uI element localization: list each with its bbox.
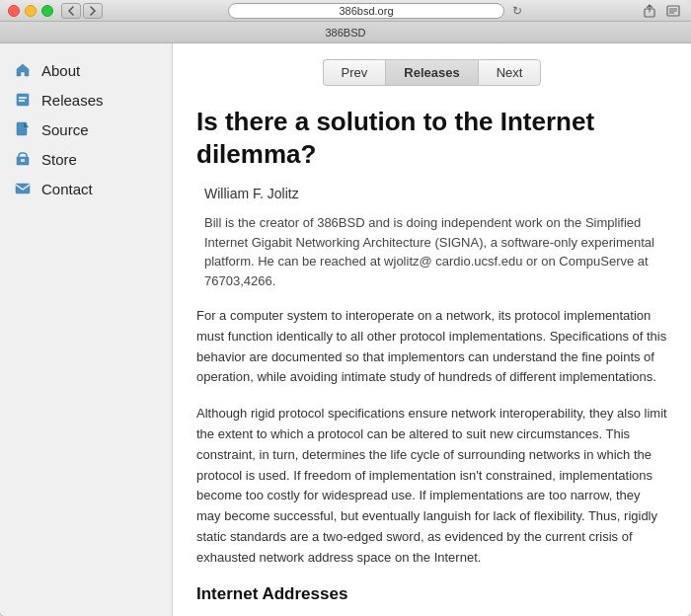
tab-bar: 386BSD — [0, 22, 691, 43]
article-paragraph-2: Although rigid protocol specifications e… — [196, 404, 667, 568]
author-name: William F. Jolitz — [204, 186, 667, 201]
releases-icon — [14, 91, 32, 109]
sidebar-item-about[interactable]: About — [0, 55, 172, 85]
prev-button[interactable]: Prev — [323, 59, 386, 86]
reader-icon[interactable] — [663, 3, 683, 19]
section-heading-internet-addresses: Internet Addresses — [196, 584, 667, 604]
sidebar-source-label: Source — [41, 121, 89, 138]
contact-icon — [14, 180, 32, 197]
sidebar-contact-label: Contact — [41, 181, 93, 197]
svg-rect-11 — [16, 184, 30, 193]
sidebar-about-label: About — [41, 62, 80, 79]
address-bar[interactable]: 386bsd.org — [228, 3, 504, 19]
traffic-lights — [8, 5, 53, 17]
releases-nav-button[interactable]: Releases — [385, 59, 477, 86]
browser-nav-buttons — [61, 3, 103, 19]
sidebar-item-source[interactable]: Source — [0, 115, 172, 144]
forward-button[interactable] — [83, 3, 103, 19]
address-bar-container: 386bsd.org ↻ — [111, 3, 640, 19]
browser-window: 386bsd.org ↻ 386BSD About — [0, 0, 691, 616]
article-paragraph-1: For a computer system to interoperate on… — [196, 306, 667, 388]
sidebar-releases-label: Releases — [41, 92, 104, 109]
share-icon[interactable] — [640, 3, 659, 19]
maximize-button[interactable] — [41, 5, 53, 17]
main-area: About Releases — [0, 43, 691, 616]
article-title: Is there a solution to the Internet dile… — [196, 106, 667, 170]
back-button[interactable] — [61, 3, 81, 19]
store-icon — [14, 150, 32, 168]
article-navigation: Prev Releases Next — [196, 59, 667, 86]
toolbar-right — [640, 3, 683, 19]
next-button[interactable]: Next — [478, 59, 542, 86]
reload-button[interactable]: ↻ — [512, 4, 522, 18]
svg-rect-10 — [21, 159, 25, 162]
minimize-button[interactable] — [25, 5, 37, 17]
home-icon — [14, 61, 32, 79]
sidebar-item-store[interactable]: Store — [0, 144, 172, 174]
svg-rect-5 — [17, 94, 29, 106]
sidebar-item-releases[interactable]: Releases — [0, 85, 172, 115]
sidebar: About Releases — [0, 43, 173, 616]
tab-title[interactable]: 386BSD — [326, 27, 366, 38]
content-area: Prev Releases Next Is there a solution t… — [173, 43, 691, 616]
author-bio: Bill is the creator of 386BSD and is doi… — [204, 213, 667, 290]
sidebar-store-label: Store — [41, 151, 77, 168]
source-icon — [14, 120, 32, 138]
close-button[interactable] — [8, 5, 20, 17]
sidebar-item-contact[interactable]: Contact — [0, 174, 172, 203]
title-bar: 386bsd.org ↻ — [0, 0, 691, 22]
